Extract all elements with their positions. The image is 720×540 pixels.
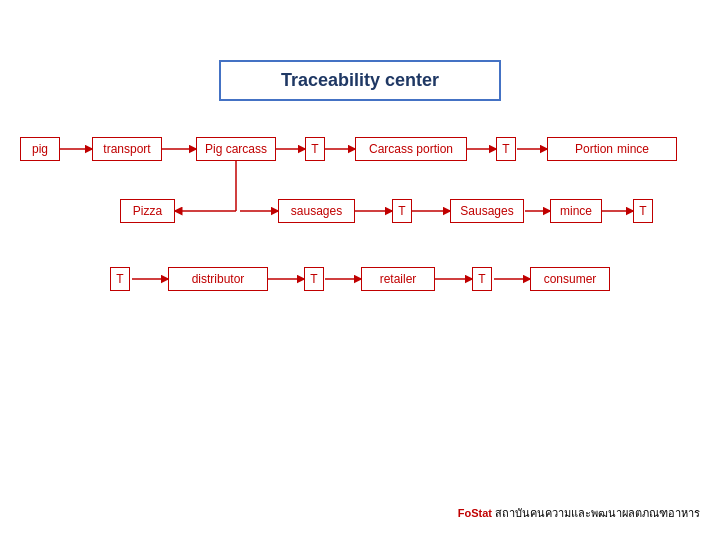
sausages-node: Sausages bbox=[450, 199, 524, 223]
T3-node: T bbox=[392, 199, 412, 223]
arrows-svg bbox=[20, 131, 700, 391]
T1-node: T bbox=[305, 137, 325, 161]
pig-carcass-node: Pig carcass bbox=[196, 137, 276, 161]
distributor-node: distributor bbox=[168, 267, 268, 291]
mince-node: mince bbox=[550, 199, 602, 223]
sausages-input-node: sausages bbox=[278, 199, 355, 223]
page-container: Traceability center bbox=[0, 0, 720, 540]
footer-brand: FoStat bbox=[458, 507, 492, 519]
T5-node: T bbox=[110, 267, 130, 291]
transport-node: transport bbox=[92, 137, 162, 161]
T6-node: T bbox=[304, 267, 324, 291]
carcass-portion-node: Carcass portion bbox=[355, 137, 467, 161]
diagram: pig transport Pig carcass T Carcass port… bbox=[20, 131, 700, 391]
T7-node: T bbox=[472, 267, 492, 291]
portion-mince-node: Portion mince bbox=[547, 137, 677, 161]
consumer-node: consumer bbox=[530, 267, 610, 291]
retailer-node: retailer bbox=[361, 267, 435, 291]
T2-node: T bbox=[496, 137, 516, 161]
T4-node: T bbox=[633, 199, 653, 223]
page-title: Traceability center bbox=[281, 70, 439, 90]
footer-text: สถาบันคนความและพฒนาผลตภณฑอาหาร bbox=[492, 507, 700, 519]
pizza-node: Pizza bbox=[120, 199, 175, 223]
footer: FoStat สถาบันคนความและพฒนาผลตภณฑอาหาร bbox=[458, 504, 700, 522]
title-box: Traceability center bbox=[219, 60, 501, 101]
pig-node: pig bbox=[20, 137, 60, 161]
